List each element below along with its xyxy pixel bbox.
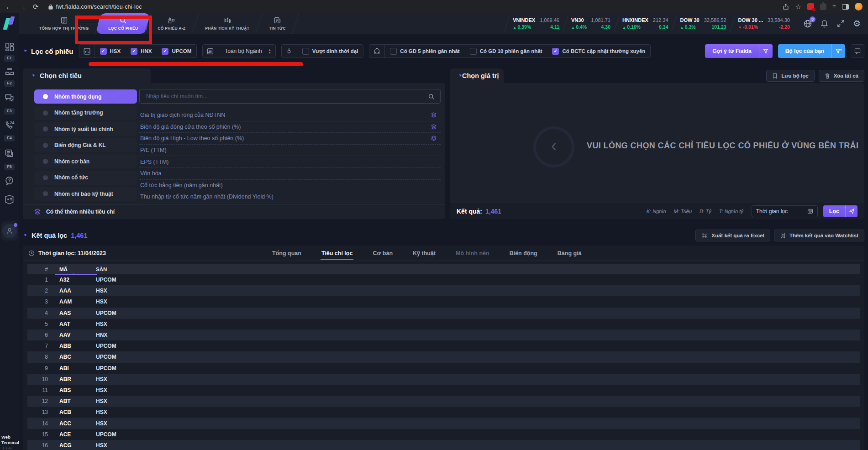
table-row[interactable]: 5 AAT HSX — [27, 319, 860, 330]
criteria-item[interactable]: Cổ tức bằng tiền (năm gần nhất) — [139, 180, 441, 192]
criteria-group-item[interactable]: Nhóm tăng trưởng — [34, 106, 137, 120]
ticker-symbol[interactable]: ABB — [59, 343, 95, 349]
url-text[interactable]: fwt.fialda.com/search/tieu-chi-loc — [56, 4, 142, 10]
sector-select-value[interactable]: Toàn bộ Ngành — [218, 48, 268, 54]
fullscreen-icon[interactable] — [836, 19, 845, 28]
fialda-logo[interactable] — [4, 16, 16, 30]
table-row[interactable]: 15 ACE UPCOM — [27, 429, 860, 440]
global-markets-icon[interactable]: 3 — [803, 19, 812, 28]
user-avatar[interactable] — [1, 221, 18, 241]
ticker-symbol[interactable]: ABS — [59, 387, 95, 393]
column-header-index[interactable]: # — [27, 267, 48, 272]
table-row[interactable]: 4 AAS UPCOM — [27, 308, 860, 319]
tab-stocks-az[interactable]: CỔ PHIẾU A-Z — [148, 13, 195, 34]
reading-list-icon[interactable]: ≡ — [832, 3, 836, 10]
exchange-checkbox[interactable]: HSX — [95, 48, 126, 55]
ticker-symbol[interactable]: AAM — [59, 298, 95, 305]
table-row[interactable]: 6 AAV HNX — [27, 330, 860, 340]
news-feed-icon[interactable] — [4, 148, 15, 159]
checkbox[interactable] — [552, 48, 559, 55]
criteria-item[interactable]: Thu nhập từ cổ tức năm gần nhất (Dividen… — [139, 191, 441, 203]
dashboard-icon[interactable] — [5, 42, 15, 52]
criteria-item[interactable]: Giá trị giao dịch ròng của NĐTNN — [139, 110, 441, 121]
share-icon[interactable] — [783, 4, 789, 10]
bookmark-star-icon[interactable]: ☆ — [795, 3, 801, 10]
checkbox[interactable] — [131, 48, 137, 55]
checkbox[interactable] — [302, 48, 309, 55]
funnel-plus-icon[interactable] — [831, 44, 845, 58]
sector-select-box[interactable]: Toàn bộ Ngành ▲▼ — [202, 44, 275, 58]
table-row[interactable]: 16 ACG HSX — [27, 440, 860, 450]
checkbox[interactable] — [162, 48, 168, 55]
extension-icon[interactable] — [820, 4, 826, 10]
ticker-symbol[interactable]: ABT — [59, 398, 95, 404]
adblock-extension-icon[interactable] — [807, 3, 814, 10]
criteria-search-input[interactable] — [145, 93, 428, 100]
checkbox[interactable] — [390, 48, 397, 55]
ticker-symbol[interactable]: ABR — [59, 376, 95, 382]
results-tab[interactable]: Cơ bản — [372, 250, 394, 256]
table-row[interactable]: 13 ACB HSX — [27, 407, 860, 418]
checkbox[interactable] — [100, 48, 107, 55]
fialda-suggestions-button[interactable]: Gợi ý từ Fialda — [705, 44, 772, 58]
export-excel-button[interactable]: Xuất kết quả ra Excel — [695, 230, 770, 241]
column-header-exchange[interactable]: SÀN — [96, 267, 860, 272]
trading-filter-checkbox[interactable]: Có BCTC cập nhật thường xuyên — [547, 48, 650, 55]
address-bar[interactable]: fwt.fialda.com/search/tieu-chi-loc — [48, 4, 142, 10]
add-watchlist-button[interactable]: Thêm kết quả vào Watchlist — [774, 230, 864, 241]
results-tab[interactable]: Mô hình nến — [455, 250, 490, 256]
table-row[interactable]: 8 ABC UPCOM — [27, 351, 860, 362]
table-row[interactable]: 11 ABS HSX — [27, 385, 860, 396]
column-header-ticker[interactable]: MÃ — [59, 267, 95, 272]
ticker-symbol[interactable]: AAA — [59, 288, 95, 294]
phone-24-icon[interactable]: 24 — [4, 120, 15, 131]
table-row[interactable]: 9 ABI UPCOM — [27, 363, 860, 374]
index-ticker[interactable]: HNXINDEX 212.34 0.16% 0.34 — [616, 13, 674, 34]
table-row[interactable]: 7 ABB UPCOM — [27, 340, 860, 351]
ticker-symbol[interactable]: ACE — [59, 431, 95, 438]
criteria-group-item[interactable]: Nhóm tỷ suất tài chính — [34, 122, 137, 136]
funnel-icon[interactable] — [759, 44, 773, 58]
browser-profile-avatar[interactable] — [855, 3, 863, 10]
ticker-symbol[interactable]: ACC — [59, 420, 95, 427]
tab-technical-analysis[interactable]: PHÂN TÍCH KỸ THUẬT — [196, 13, 258, 34]
criteria-item[interactable]: Biên độ giá đóng cửa theo số phiên (%) — [139, 121, 441, 133]
results-tab[interactable]: Tiêu chí lọc — [321, 250, 354, 256]
browser-back-button[interactable]: ← — [5, 3, 12, 10]
settings-gear-icon[interactable]: ⚙ — [853, 19, 861, 28]
inbox-icon[interactable] — [5, 66, 15, 76]
index-ticker[interactable]: VNINDEX 1,069.46 0.39% 4.11 — [507, 13, 565, 34]
ticker-symbol[interactable]: ABC — [59, 354, 95, 360]
table-row[interactable]: 14 ACC HSX — [27, 418, 860, 429]
chat-icon[interactable] — [4, 93, 15, 103]
send-icon[interactable] — [845, 205, 857, 217]
index-ticker[interactable]: VN30 1,081.71 0.4% 4.30 — [565, 13, 616, 34]
run-filter-button[interactable]: Lọc — [823, 205, 857, 217]
exchange-checkbox[interactable]: UPCOM — [157, 48, 196, 55]
save-filter-button[interactable]: Lưu bộ lọc — [766, 70, 814, 82]
table-row[interactable]: 10 ABR HSX — [27, 374, 860, 385]
my-filters-button[interactable]: Bộ lọc của bạn — [778, 44, 845, 58]
table-row[interactable]: 3 AAM HSX — [27, 296, 860, 307]
criteria-group-item[interactable]: Biến động Giá & KL — [34, 138, 137, 152]
results-tab[interactable]: Tổng quan — [271, 250, 302, 256]
browser-refresh-button[interactable]: ⟳ — [33, 3, 39, 10]
ticker-symbol[interactable]: A32 — [59, 277, 95, 283]
results-tab[interactable]: Biến động — [509, 250, 538, 256]
browser-forward-button[interactable]: → — [19, 3, 26, 10]
criteria-item[interactable]: P/E (TTM) — [139, 145, 441, 157]
ticker-symbol[interactable]: AAV — [59, 332, 95, 338]
help-icon[interactable]: ? — [4, 176, 15, 186]
criteria-item[interactable]: Biên độ giá High - Low theo số phiên (%) — [139, 133, 441, 145]
index-ticker[interactable]: DOW 30 33,586.52 0.3% 101.23 — [674, 13, 732, 34]
criteria-group-item[interactable]: Nhóm cổ tức — [34, 171, 137, 185]
checkbox[interactable] — [470, 48, 477, 55]
search-icon[interactable] — [428, 93, 435, 100]
ticker-symbol[interactable]: ACB — [59, 409, 95, 415]
criteria-group-item[interactable]: Nhóm cơ bản — [34, 154, 137, 168]
tab-news[interactable]: TIN TỨC — [260, 13, 295, 34]
peak-filter-checkbox[interactable]: Vượt đỉnh thời đại — [297, 48, 363, 55]
ticker-symbol[interactable]: ABI — [59, 365, 95, 372]
clear-all-button[interactable]: Xóa tất cả — [819, 70, 864, 82]
feedback-chat-button[interactable] — [851, 44, 864, 58]
